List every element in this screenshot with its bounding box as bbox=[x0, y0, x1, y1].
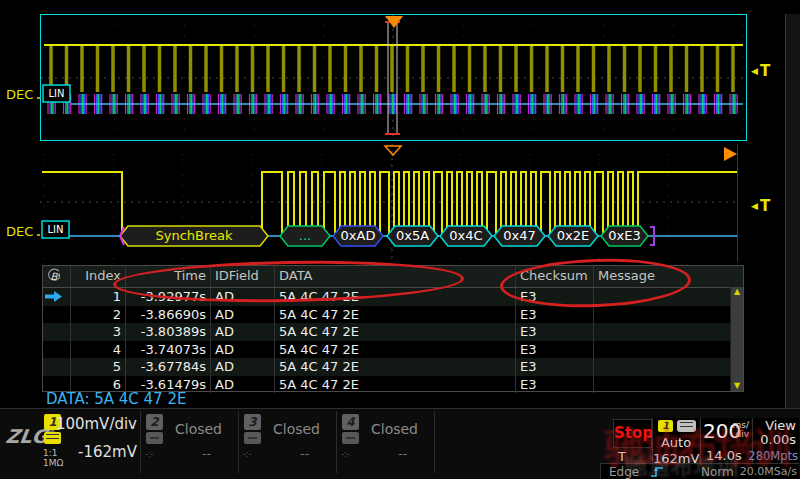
channel-4-value: -- bbox=[398, 447, 407, 461]
decode-field-label: 0xAD bbox=[341, 228, 376, 243]
channel-2-value: -- bbox=[202, 447, 211, 461]
trigger-t-label: T bbox=[618, 449, 626, 464]
cell-data: 5A 4C 47 2E bbox=[275, 376, 516, 394]
cell-index: 2 bbox=[71, 306, 126, 324]
channel-1-offset[interactable]: -162mV bbox=[78, 443, 137, 461]
channel-1-probe-ratio: 1:1 bbox=[43, 448, 57, 458]
horizontal-view-box[interactable]: View 0.00s 280Mpts bbox=[752, 418, 799, 464]
horizontal-offset: 0.00s bbox=[760, 432, 796, 447]
scroll-down-icon[interactable]: ▼ bbox=[731, 381, 743, 391]
cell-message bbox=[594, 306, 730, 324]
cell-index: 1 bbox=[71, 288, 126, 306]
timebase-unit: div bbox=[735, 429, 749, 439]
trigger-source-badge: 1 bbox=[658, 420, 673, 432]
record-time: 14.0s bbox=[706, 448, 742, 463]
trigger-level-t: T bbox=[760, 197, 770, 215]
table-row[interactable]: 4 -3.74073s AD 5A 4C 47 2E E3 bbox=[43, 341, 743, 359]
decode-field-label: 0x5A bbox=[396, 228, 429, 243]
channel-2-coupling-icon[interactable] bbox=[146, 432, 163, 444]
cell-message bbox=[594, 341, 730, 359]
bus-type-label: LIN bbox=[47, 224, 63, 235]
cell-time: -3.86690s bbox=[126, 306, 211, 324]
cell-time: -3.74073s bbox=[126, 341, 211, 359]
overview-waveform-svg: LIN bbox=[41, 15, 746, 140]
channel-3-badge[interactable]: 3 bbox=[244, 414, 261, 430]
dec-label-text: DEC bbox=[6, 87, 33, 102]
table-row[interactable]: 2 -3.86690s AD 5A 4C 47 2E E3 bbox=[43, 306, 743, 324]
channel-2-block[interactable]: 2 Closed -:- -- bbox=[142, 411, 237, 477]
channel-4-status: Closed bbox=[360, 421, 429, 437]
trigger-mode: Auto bbox=[653, 435, 699, 450]
table-row[interactable]: 5 -3.67784s AD 5A 4C 47 2E E3 bbox=[43, 358, 743, 376]
trigger-type-row[interactable]: Edge Norm 20.0MSa/s bbox=[600, 463, 799, 479]
cell-checksum: E3 bbox=[516, 376, 594, 394]
trigger-level-t: T bbox=[760, 62, 770, 80]
trigger-level-marker-1[interactable]: ◀ T bbox=[751, 62, 770, 80]
channel-3-status: Closed bbox=[262, 421, 331, 437]
overview-graticule: LIN bbox=[40, 14, 747, 141]
table-row[interactable]: 3 -3.80389s AD 5A 4C 47 2E E3 bbox=[43, 323, 743, 341]
decode-field-label: 0x47 bbox=[503, 228, 536, 243]
cell-idfield: AD bbox=[211, 376, 275, 394]
bus-type-label: LIN bbox=[48, 88, 64, 99]
delayed-trigger-icon bbox=[385, 146, 401, 155]
acquisition-state: Stop bbox=[614, 420, 651, 447]
row-pointer-icon bbox=[45, 291, 63, 302]
decode-field-label: 0xE3 bbox=[608, 228, 640, 243]
channel-2-probe-ratio: -:- bbox=[145, 450, 153, 459]
bus-b-icon: B bbox=[45, 268, 63, 284]
trigger-coupling-icon bbox=[677, 420, 696, 432]
cell-checksum: E3 bbox=[516, 358, 594, 376]
decode-field-label: 0x2E bbox=[557, 228, 589, 243]
channel-1-coupling-icon[interactable] bbox=[44, 432, 61, 444]
channel-3-value: -- bbox=[300, 447, 309, 461]
rising-edge-icon bbox=[649, 466, 665, 478]
decode-field-label: SynchBreak bbox=[155, 228, 233, 243]
trigger-offscreen-icon bbox=[724, 147, 737, 161]
trigger-source-box[interactable]: 1 Auto 162mV bbox=[652, 418, 699, 464]
cell-idfield: AD bbox=[211, 323, 275, 341]
cell-message bbox=[594, 323, 730, 341]
channel-4-block[interactable]: 4 Closed -:- -- bbox=[338, 411, 433, 477]
trigger-level-arrow-icon: ◀ bbox=[751, 66, 758, 76]
timebase-box[interactable]: 200 ms/ div 14.0s bbox=[700, 418, 751, 464]
trigger-level-marker-2[interactable]: ◀ T bbox=[751, 197, 770, 215]
cell-message bbox=[594, 358, 730, 376]
zoom-graticule: SynchBreak...0xAD0x5A0x4C0x470x2E0xE3LIN bbox=[40, 144, 738, 262]
zoom-waveform-svg: SynchBreak...0xAD0x5A0x4C0x470x2E0xE3LIN bbox=[40, 144, 737, 262]
cell-checksum: E3 bbox=[516, 306, 594, 324]
trigger-type: Edge bbox=[609, 465, 639, 479]
channel-2-badge[interactable]: 2 bbox=[146, 414, 163, 430]
channel-4-coupling-icon[interactable] bbox=[342, 432, 359, 444]
cell-index: 5 bbox=[71, 358, 126, 376]
channel-1-impedance: 1MΩ bbox=[43, 458, 63, 468]
channel-3-block[interactable]: 3 Closed -:- -- bbox=[240, 411, 335, 477]
cell-idfield: AD bbox=[211, 306, 275, 324]
oscilloscope-screen: DEC DEC LIN SynchBreak...0xAD0x5A0x4C0x4… bbox=[0, 0, 800, 479]
channel-4-badge[interactable]: 4 bbox=[342, 414, 359, 430]
bus-selector-cell[interactable]: B bbox=[43, 266, 71, 287]
acquisition-state-box[interactable]: Stop bbox=[613, 419, 652, 448]
cell-checksum: E3 bbox=[516, 341, 594, 359]
right-side-strip bbox=[785, 14, 800, 447]
cell-data: 5A 4C 47 2E bbox=[275, 341, 516, 359]
scroll-up-icon[interactable]: ▲ bbox=[731, 287, 743, 297]
cell-message bbox=[594, 376, 730, 394]
channel-3-coupling-icon[interactable] bbox=[244, 432, 261, 444]
cell-idfield: AD bbox=[211, 341, 275, 359]
cell-checksum: E3 bbox=[516, 323, 594, 341]
selected-frame-data: DATA: 5A 4C 47 2E bbox=[46, 390, 186, 408]
table-scrollbar[interactable]: ▲ ▼ bbox=[730, 287, 743, 391]
decode-field-label: 0x4C bbox=[449, 228, 482, 243]
bottom-status-bar: ZLG® 1 1:1 1MΩ 100mV/div -162mV 2 Closed… bbox=[0, 408, 800, 479]
svg-text:B: B bbox=[51, 271, 59, 282]
channel-3-probe-ratio: -:- bbox=[243, 450, 251, 459]
trigger-level-arrow-icon: ◀ bbox=[751, 201, 758, 211]
channel-1-scale[interactable]: 100mV/div bbox=[56, 415, 137, 433]
view-label: View bbox=[765, 418, 796, 433]
decode-field-label: ... bbox=[299, 228, 311, 243]
cell-data: 5A 4C 47 2E bbox=[275, 306, 516, 324]
cell-index: 4 bbox=[71, 341, 126, 359]
channel-1-block[interactable]: 1 1:1 1MΩ 100mV/div -162mV bbox=[40, 411, 140, 477]
sample-rate: 20.0MSa/s bbox=[740, 465, 797, 478]
